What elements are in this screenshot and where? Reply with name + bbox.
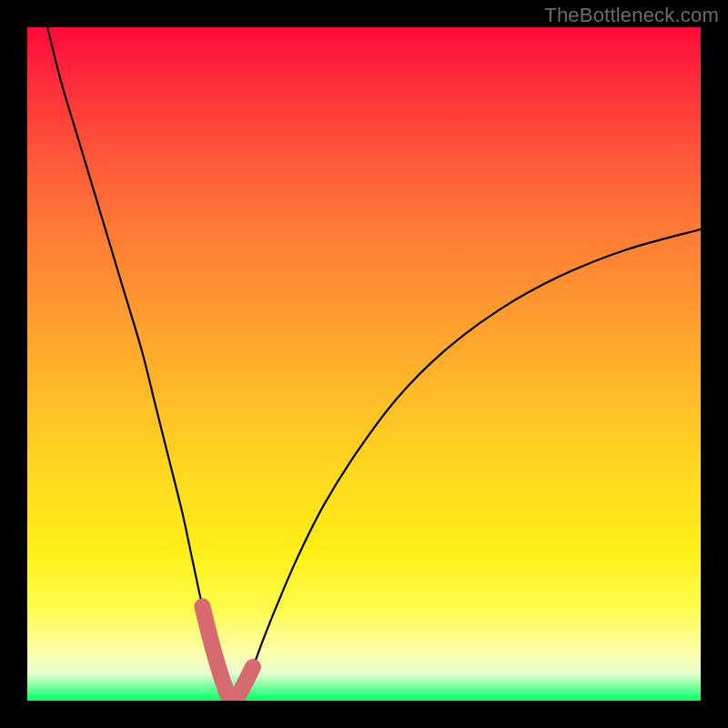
chart-plot-area: [27, 27, 701, 701]
chart-svg: [27, 27, 701, 701]
bottleneck-curve: [47, 27, 701, 699]
watermark-text: TheBottleneck.com: [544, 4, 719, 27]
optimum-highlight: [202, 606, 253, 699]
chart-frame: TheBottleneck.com: [0, 0, 728, 728]
